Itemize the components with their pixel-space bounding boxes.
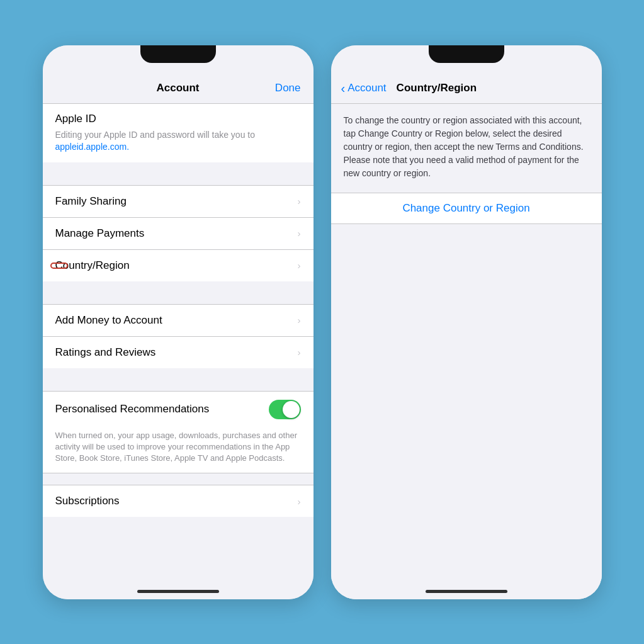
home-indicator-right xyxy=(426,590,507,593)
left-screen: Account Done Apple ID Editing your Apple… xyxy=(43,45,314,599)
change-country-section: Change Country or Region xyxy=(331,193,602,224)
right-screen: ‹ Account Country/Region To change the c… xyxy=(331,45,602,599)
right-phone-frame: ‹ Account Country/Region To change the c… xyxy=(331,45,602,599)
chevron-icon-ratings: › xyxy=(298,347,301,358)
section-gap-3 xyxy=(43,368,314,391)
chevron-icon-money: › xyxy=(298,315,301,325)
apple-id-description: Editing your Apple ID and password will … xyxy=(55,129,301,154)
ratings-reviews-label: Ratings and Reviews xyxy=(55,346,156,359)
info-text: To change the country or region associat… xyxy=(344,114,589,180)
subscriptions-item[interactable]: Subscriptions › xyxy=(43,485,314,517)
done-button[interactable]: Done xyxy=(275,82,301,94)
subscriptions-section: Subscriptions › xyxy=(43,485,314,517)
toggle-label: Personalised Recommendations xyxy=(55,403,210,415)
family-sharing-item[interactable]: Family Sharing › xyxy=(43,186,314,217)
chevron-icon-subscriptions: › xyxy=(298,496,301,507)
section-gap-4 xyxy=(43,473,314,485)
add-money-item[interactable]: Add Money to Account › xyxy=(43,305,314,336)
change-country-button[interactable]: Change Country or Region xyxy=(331,193,602,223)
chevron-icon-family: › xyxy=(298,196,301,206)
personalised-recommendations-toggle[interactable] xyxy=(269,400,301,419)
family-sharing-section: Family Sharing › Manage Payments › Count… xyxy=(43,186,314,281)
toggle-knob xyxy=(283,401,300,418)
family-sharing-label: Family Sharing xyxy=(55,195,127,208)
nav-title: Account xyxy=(157,82,200,94)
right-nav-title: Country/Region xyxy=(397,82,477,94)
right-nav-bar: ‹ Account Country/Region xyxy=(331,71,602,103)
toggle-item: Personalised Recommendations xyxy=(43,392,314,427)
right-content-area xyxy=(331,224,602,599)
back-chevron-icon: ‹ xyxy=(341,82,346,94)
section-gap-2 xyxy=(43,281,314,304)
change-country-label: Change Country or Region xyxy=(402,202,529,215)
apple-id-block: Apple ID Editing your Apple ID and passw… xyxy=(43,104,314,162)
toggle-description: When turned on, your app usage, download… xyxy=(43,427,314,473)
toggle-section: Personalised Recommendations When turned… xyxy=(43,392,314,473)
nav-bar: Account Done xyxy=(43,71,314,103)
chevron-icon-country: › xyxy=(298,260,301,271)
manage-payments-label: Manage Payments xyxy=(55,227,145,240)
left-phone-frame: Account Done Apple ID Editing your Apple… xyxy=(43,45,314,599)
ratings-reviews-item[interactable]: Ratings and Reviews › xyxy=(43,337,314,368)
money-ratings-section: Add Money to Account › Ratings and Revie… xyxy=(43,305,314,368)
home-indicator-left xyxy=(137,590,219,593)
apple-id-link[interactable]: appleid.apple.com. xyxy=(55,142,130,152)
back-button[interactable]: ‹ Account xyxy=(341,82,387,94)
apple-id-section: Apple ID Editing your Apple ID and passw… xyxy=(43,104,314,162)
apple-id-title: Apple ID xyxy=(55,113,301,125)
subscriptions-label: Subscriptions xyxy=(55,495,120,507)
back-label: Account xyxy=(347,82,386,94)
info-block: To change the country or region associat… xyxy=(331,104,602,193)
country-region-label: Country/Region xyxy=(55,259,130,272)
section-gap-1 xyxy=(43,162,314,185)
manage-payments-item[interactable]: Manage Payments › xyxy=(43,218,314,249)
country-region-item[interactable]: Country/Region › xyxy=(43,250,314,281)
notch xyxy=(140,45,216,63)
chevron-icon-payments: › xyxy=(298,228,301,239)
notch-right xyxy=(429,45,504,63)
add-money-label: Add Money to Account xyxy=(55,314,162,327)
